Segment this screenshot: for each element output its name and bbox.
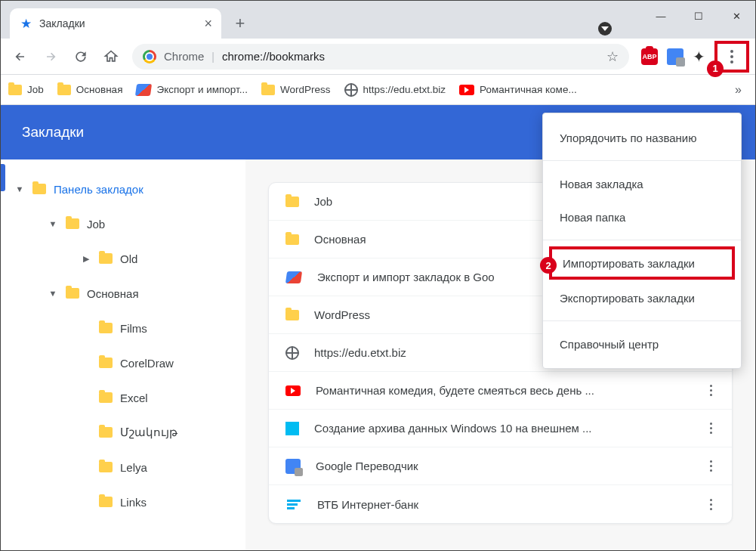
menu-separator [543,240,741,240]
item-menu-icon[interactable] [707,419,715,437]
menu-sort-by-name[interactable]: Упорядочить по названию [543,121,741,154]
list-item[interactable]: Романтичная комедия, будете смеяться вес… [269,372,732,410]
youtube-icon [285,385,301,396]
new-tab-button[interactable]: + [229,12,251,35]
tree-item-osnovnaya[interactable]: ▼Основная [8,276,245,311]
caret-right-icon: ▶ [81,254,91,264]
bookmark-bar-item[interactable]: Романтичная коме... [459,84,577,95]
tree-item-corel[interactable]: CorelDraw [8,345,245,380]
browser-tab[interactable]: ★ Закладки × [10,8,221,39]
close-tab-icon[interactable]: × [204,16,212,32]
tree-item-films[interactable]: Films [8,311,245,345]
adblock-icon[interactable]: ABP [641,48,658,65]
folder-icon [99,323,113,333]
tree-item-lelya[interactable]: Lelya [8,450,245,484]
windows-icon [285,422,299,435]
folder-icon [99,427,113,438]
bookmarks-menu-button[interactable] [721,45,743,68]
menu-separator [543,160,741,161]
browser-toolbar: Chrome | chrome://bookmarks ☆ ABP ✦ 1 [1,39,755,75]
forward-button[interactable] [37,43,64,70]
item-menu-icon[interactable] [707,496,715,513]
maximize-button[interactable]: ☐ [680,1,717,31]
folder-icon [99,392,113,403]
bookmarks-bar: Job Основная Экспорт и импорт... WordPre… [1,75,755,105]
back-button[interactable] [7,43,34,70]
callout-badge-2: 2 [540,257,557,274]
folder-icon [285,310,299,320]
page-title: Закладки [22,124,84,141]
folder-icon [99,358,113,368]
list-item[interactable]: Создание архива данных Windows 10 на вне… [269,410,732,447]
folder-tree-sidebar: ▼Панель закладок ▼Job ▶Old ▼Основная Fil… [1,159,245,550]
folder-icon [285,234,299,245]
menu-help-center[interactable]: Справочный центр [543,327,741,361]
bookmark-page-icon[interactable]: ☆ [606,48,619,65]
caret-down-icon: ▼ [48,289,58,298]
folder-icon [57,85,71,95]
bookmark-bar-item[interactable]: Экспорт и импорт... [136,84,248,96]
menu-new-folder[interactable]: Новая папка [543,200,741,234]
window-titlebar: ★ Закладки × + — ☐ ✕ [1,1,755,39]
menu-export-bookmarks[interactable]: Экспортировать закладки [543,281,741,314]
close-window-button[interactable]: ✕ [717,1,755,31]
bookmark-bar-item[interactable]: WordPress [261,84,331,95]
item-menu-icon[interactable] [707,457,715,475]
caret-down-icon: ▼ [14,184,25,193]
tree-item-job[interactable]: ▼Job [8,206,245,241]
callout-1-highlight: 1 [714,41,749,73]
tree-item-culture[interactable]: Մշակույթ [8,415,245,450]
menu-import-bookmarks[interactable]: Импортировать закладки 2 [549,246,735,280]
bookmark-bar-item[interactable]: Основная [57,84,123,95]
window-controls: — ☐ ✕ [642,1,755,31]
list-item[interactable]: ВТБ Интернет-банк [269,485,732,523]
globe-icon [344,83,358,97]
tree-item-old[interactable]: ▶Old [8,241,245,276]
export-icon [135,84,152,96]
folder-icon [261,85,275,95]
item-menu-icon[interactable] [707,382,715,399]
bookmarks-dropdown-menu: Упорядочить по названию Новая закладка Н… [542,113,742,369]
folder-icon [66,288,79,299]
bookmarks-overflow-icon[interactable]: » [729,83,748,97]
menu-separator [543,320,741,321]
folder-icon [285,197,299,207]
menu-new-bookmark[interactable]: Новая закладка [543,167,741,200]
export-icon [285,269,302,286]
bookmark-bar-item[interactable]: https://edu.etxt.biz [344,83,446,97]
active-tab-indicator [1,164,5,191]
address-bar[interactable]: Chrome | chrome://bookmarks ☆ [132,44,629,70]
folder-icon [99,253,113,264]
bookmark-star-icon: ★ [20,16,32,32]
globe-icon [285,346,299,360]
bookmark-bar-item[interactable]: Job [8,84,44,95]
url-scheme-label: Chrome [164,50,204,63]
chrome-icon [143,50,156,63]
google-translate-icon [285,459,301,474]
folder-icon [99,497,113,507]
folder-icon [8,85,22,95]
tree-item-root[interactable]: ▼Панель закладок [8,172,245,206]
google-translate-icon[interactable] [667,48,683,65]
home-button[interactable] [97,43,125,70]
tab-title: Закладки [39,17,196,29]
youtube-icon [459,85,474,95]
extension-area: ABP ✦ [637,48,710,66]
caret-down-icon: ▼ [48,219,58,228]
tree-item-excel[interactable]: Excel [8,380,245,415]
callout-badge-1: 1 [707,60,724,77]
folder-icon [99,462,113,472]
tab-search-icon[interactable] [598,22,612,36]
vtb-icon [285,496,302,512]
folder-icon [66,218,79,229]
url-text: chrome://bookmarks [222,50,325,63]
list-item[interactable]: Google Переводчик [269,447,732,485]
tree-item-links[interactable]: Links [8,484,245,519]
extensions-icon[interactable]: ✦ [693,48,705,66]
minimize-button[interactable]: — [642,1,680,31]
folder-icon [32,184,46,194]
reload-button[interactable] [67,43,94,70]
